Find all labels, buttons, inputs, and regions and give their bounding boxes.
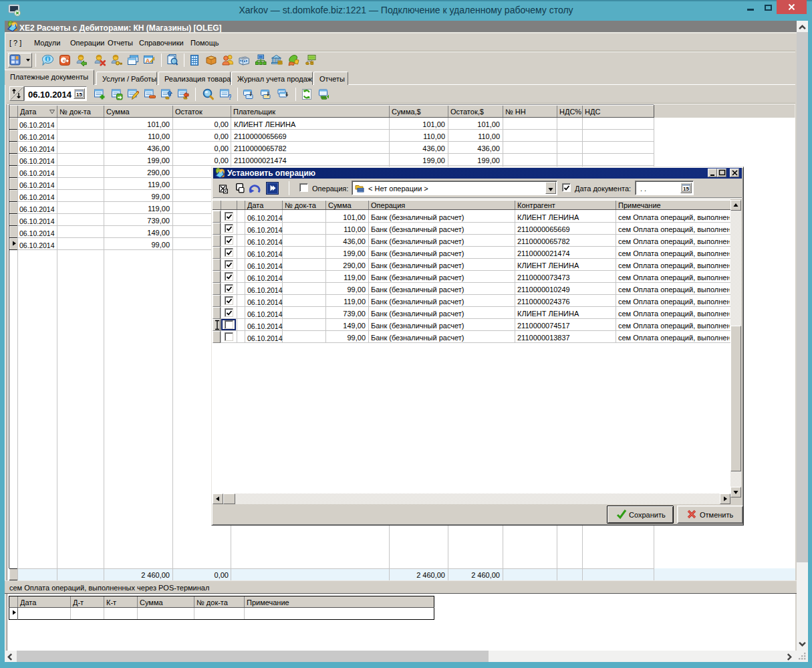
svg-text:15: 15 <box>683 186 689 192</box>
svg-text:15: 15 <box>76 92 82 98</box>
svg-text:?: ? <box>228 94 231 100</box>
svg-text:A: A <box>146 58 150 64</box>
